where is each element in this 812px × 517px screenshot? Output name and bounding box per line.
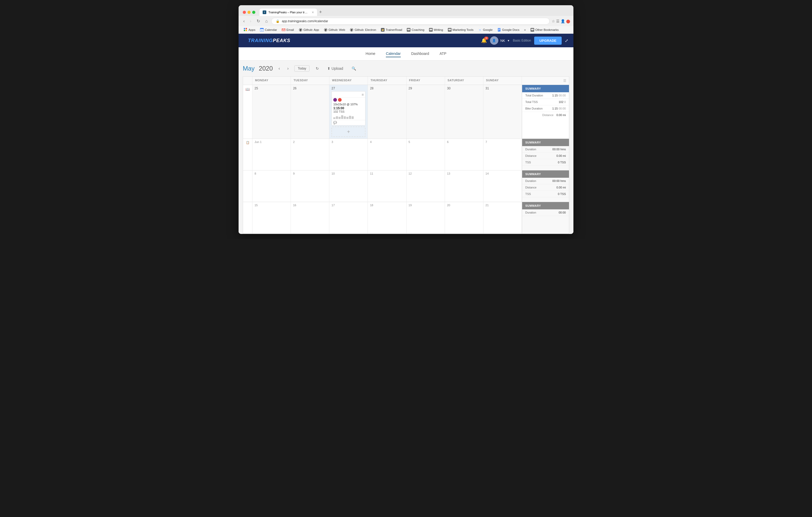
refresh-button[interactable]: ↻ [255, 18, 262, 25]
bookmark-coaching[interactable]: Coaching [405, 27, 427, 32]
bookmark-apps[interactable]: Apps [242, 27, 257, 32]
bookmark-github-web[interactable]: Github: Web [322, 27, 347, 32]
bookmark-star-icon[interactable]: ☆ [552, 19, 555, 23]
workout-name[interactable]: 10x15x10 @ 107% [332, 102, 365, 107]
add-workout-button[interactable]: + [331, 126, 366, 137]
bookmarks-bar: Apps 31 Calendar Email [239, 26, 573, 34]
summary-duration-2: Duration 00:00 hms [522, 146, 569, 153]
nav-home[interactable]: Home [366, 51, 375, 57]
bookmark-google[interactable]: G Google [476, 27, 495, 32]
user-profile-icon[interactable]: 👤 [560, 19, 565, 23]
home-button[interactable]: ⌂ [264, 18, 269, 25]
svg-rect-11 [282, 28, 285, 32]
next-month-button[interactable]: › [286, 65, 290, 72]
upgrade-button[interactable]: UPGRADE [534, 37, 562, 45]
bookmark-calendar-label: Calendar [265, 28, 277, 31]
browser-window: T TrainingPeaks – Plan your trai... × + … [239, 5, 573, 234]
expand-button[interactable]: ⤢ [565, 38, 568, 43]
new-tab-button[interactable]: + [318, 8, 323, 16]
header-icon-col [243, 77, 253, 85]
bar-1 [333, 117, 336, 119]
bookmark-github-electron[interactable]: Github: Electron [348, 27, 378, 32]
upload-button[interactable]: ⬆ Upload [325, 65, 345, 71]
reader-view-icon[interactable]: ☰ [556, 19, 559, 23]
date-jun3: 3 [331, 140, 366, 144]
url-actions: ☆ ☰ 👤 ⬤ [552, 19, 570, 23]
bookmark-google-docs[interactable]: Google Docs [495, 27, 521, 32]
other-bookmarks-icon [530, 28, 534, 32]
header-right: 🔔 8 👤 NK ▼ Basic Edition UPGRADE ⤢ [481, 36, 568, 45]
bookmark-github-app[interactable]: Github: App [297, 27, 321, 32]
cell-may30: 30 [445, 85, 484, 139]
search-button[interactable]: 🔍 [349, 65, 358, 71]
url-bar[interactable]: 🔒 app.trainingpeaks.com/#calendar [271, 18, 550, 25]
calendar-month: May [243, 65, 255, 72]
bookmark-marketing-label: Marketing Tools [453, 28, 473, 31]
bookmark-writing[interactable]: Writing [427, 27, 445, 32]
nav-calendar[interactable]: Calendar [386, 51, 401, 57]
svg-rect-5 [245, 30, 247, 31]
summary-menu-icon[interactable]: ☰ [563, 79, 567, 83]
prev-month-button[interactable]: ‹ [277, 65, 282, 72]
summary-panel-2: SUMMARY Duration 00:00 hms Distance 0.00… [522, 139, 569, 170]
workout-menu-button[interactable]: ≡ [361, 93, 364, 97]
browser-tab[interactable]: T TrainingPeaks – Plan your trai... × [260, 9, 317, 16]
bookmark-other-label: Other Bookmarks [535, 28, 558, 31]
bookmark-apps-label: Apps [249, 28, 255, 31]
svg-rect-8 [261, 28, 261, 29]
summary-duration-3: Duration 00:00 hms [522, 178, 569, 184]
cell-jun13: 13 [445, 171, 484, 202]
forward-button[interactable]: › [248, 18, 253, 25]
bookmark-email[interactable]: Email [280, 27, 296, 32]
maximize-button[interactable] [252, 11, 255, 14]
calendar-year: 2020 [259, 65, 272, 72]
tab-close-icon[interactable]: × [312, 10, 314, 14]
calendar-row-1: 📖 25 26 27 ≡ [243, 85, 569, 139]
app-header: TRAININGPEAKS 🔔 8 👤 NK ▼ Basic Edition [239, 34, 573, 47]
row-2-notes-icon[interactable]: 📋 [246, 141, 250, 144]
summary-panel-3: SUMMARY Duration 00:00 hms Distance 0.00… [522, 171, 569, 202]
date-jun13: 13 [447, 172, 481, 175]
bookmark-trainerroad[interactable]: 📁 TrainerRoad [379, 27, 404, 32]
user-area[interactable]: 👤 NK ▼ [490, 36, 510, 45]
notification-badge: 8 [484, 37, 488, 40]
bookmark-calendar[interactable]: 31 Calendar [258, 27, 279, 32]
refresh-calendar-button[interactable]: ↻ [314, 65, 321, 71]
bar-7 [349, 116, 351, 119]
date-jun5: 5 [409, 140, 443, 144]
duration-value-2: 00:00 hms [552, 148, 566, 151]
logo-area: TRAININGPEAKS [244, 36, 295, 45]
bookmark-google-label: Google [483, 28, 493, 31]
extension-icon[interactable]: ⬤ [566, 19, 570, 23]
svg-rect-24 [498, 30, 500, 30]
workout-duration: 1:15:00 [332, 107, 365, 110]
duration-label-3: Duration [525, 179, 536, 182]
workout-icons [332, 97, 365, 102]
total-tss-value: 102 0 [558, 100, 566, 103]
bookmark-other[interactable]: Other Bookmarks [528, 27, 560, 32]
date-30: 30 [447, 87, 481, 90]
header-saturday: SATURDAY [445, 77, 484, 85]
date-jun16: 16 [293, 204, 327, 207]
back-button[interactable]: ‹ [242, 18, 246, 25]
calendar-header: May 2020 ‹ › Today ↻ ⬆ Upload 🔍 [243, 65, 569, 72]
close-button[interactable] [243, 11, 246, 14]
today-button[interactable]: Today [294, 65, 310, 71]
bookmark-more[interactable]: » [522, 27, 528, 32]
row-1-book-icon[interactable]: 📖 [245, 87, 250, 91]
cell-may27: 27 ≡ 10x15x10 @ 107% [329, 85, 368, 139]
logo-box: TRAININGPEAKS [244, 36, 295, 45]
notification-button[interactable]: 🔔 8 [481, 38, 487, 43]
nav-dashboard[interactable]: Dashboard [411, 51, 429, 57]
dist-value-2: 0.00 mi [556, 154, 566, 157]
minimize-button[interactable] [248, 11, 251, 14]
cell-jun7: 7 [484, 139, 522, 170]
google-docs-icon [497, 28, 501, 32]
summary-distance-3: Distance 0.00 mi [522, 184, 569, 191]
distance-label-1: Distance [542, 114, 554, 117]
svg-text:📁: 📁 [381, 29, 384, 31]
traffic-lights [243, 11, 255, 14]
nav-atp[interactable]: ATP [439, 51, 446, 57]
summary-tss-2: TSS 0 TSS [522, 159, 569, 166]
bookmark-marketing[interactable]: Marketing Tools [446, 27, 475, 32]
